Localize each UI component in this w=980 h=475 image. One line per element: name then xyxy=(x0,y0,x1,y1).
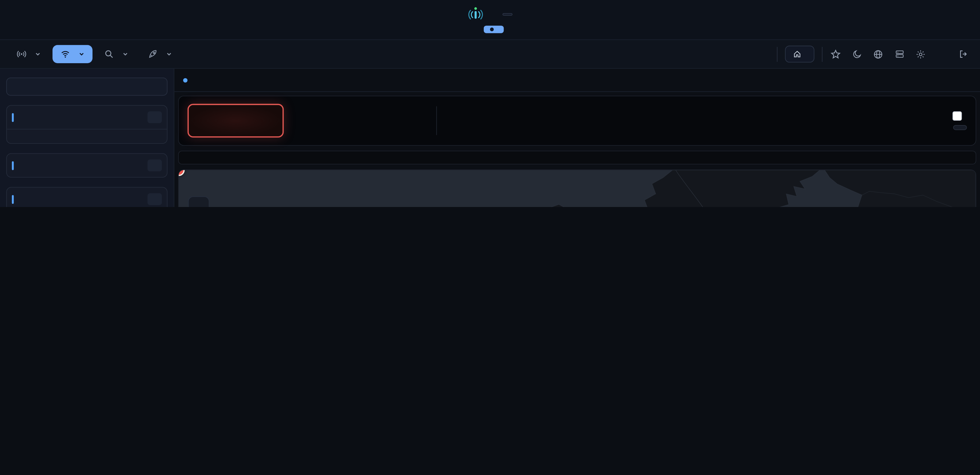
rocket-icon xyxy=(148,49,158,59)
zoom-in-button[interactable] xyxy=(189,197,208,207)
main-area xyxy=(175,69,980,207)
search-icon xyxy=(104,49,113,59)
main-dashboard-button[interactable] xyxy=(785,46,815,63)
help-icon[interactable] xyxy=(936,48,947,60)
globe-icon[interactable] xyxy=(872,48,884,60)
nav-item-security[interactable] xyxy=(96,45,136,63)
broadcast-icon xyxy=(17,49,26,59)
nav-item-space[interactable] xyxy=(140,45,180,63)
clear-trail-button[interactable] xyxy=(953,125,967,130)
bt-locate-description xyxy=(7,129,167,143)
antenna-logo-icon xyxy=(468,6,484,22)
chevron-down-icon xyxy=(35,51,41,57)
stat-rssi-avg xyxy=(387,117,432,124)
stat-est-distance xyxy=(298,117,342,124)
stats-panel xyxy=(178,96,976,146)
divider xyxy=(822,46,822,62)
section-accent-bar xyxy=(12,195,14,204)
environment-section xyxy=(6,187,167,207)
logout-icon[interactable] xyxy=(958,48,969,60)
proximity-badge xyxy=(188,104,284,137)
nav-bar xyxy=(0,40,980,69)
bt-locate-section xyxy=(6,105,167,144)
bt-locate-section-header[interactable] xyxy=(7,106,167,129)
stat-duration xyxy=(531,117,576,124)
nav-item-wireless[interactable] xyxy=(52,45,92,63)
nav-item-sdr-rf[interactable] xyxy=(9,45,49,63)
panels-icon[interactable] xyxy=(894,48,905,60)
chevron-down-icon xyxy=(79,51,84,57)
divider xyxy=(777,46,778,62)
divider xyxy=(436,106,437,135)
mode-dot-icon xyxy=(490,27,494,31)
audio-checkbox[interactable] xyxy=(953,112,962,121)
stat-gps-pts xyxy=(486,117,531,124)
mode-badge[interactable] xyxy=(484,26,504,33)
device-status-bar xyxy=(178,151,976,164)
chevron-down-icon xyxy=(166,51,172,57)
map-basemap xyxy=(179,170,976,207)
environment-section-header[interactable] xyxy=(7,188,167,207)
section-accent-bar xyxy=(12,113,14,121)
target-section-header[interactable] xyxy=(7,154,167,177)
settings-gear-icon[interactable] xyxy=(915,48,926,60)
active-module-dot-icon xyxy=(183,78,188,82)
app-header xyxy=(0,0,980,40)
section-expand-toggle[interactable] xyxy=(148,159,162,171)
favorite-star-icon[interactable] xyxy=(830,48,841,60)
module-tabstrip xyxy=(175,69,980,92)
home-icon xyxy=(793,50,802,58)
section-collapse-toggle[interactable] xyxy=(148,112,162,123)
chevron-down-icon xyxy=(123,51,128,57)
dark-mode-moon-icon[interactable] xyxy=(851,48,862,60)
version-badge xyxy=(503,13,512,16)
sidebar xyxy=(0,69,175,207)
section-collapse-toggle[interactable] xyxy=(148,193,162,205)
wifi-icon xyxy=(61,49,70,59)
target-section xyxy=(6,153,167,178)
app-window xyxy=(0,0,980,207)
map-zoom-control xyxy=(188,196,209,207)
stat-detections xyxy=(441,117,486,124)
stat-rssi xyxy=(342,117,387,124)
section-accent-bar xyxy=(12,161,14,170)
nav-right-cluster xyxy=(765,46,971,63)
map-panel[interactable] xyxy=(178,169,976,207)
collapse-sidebar-button[interactable] xyxy=(6,78,167,96)
